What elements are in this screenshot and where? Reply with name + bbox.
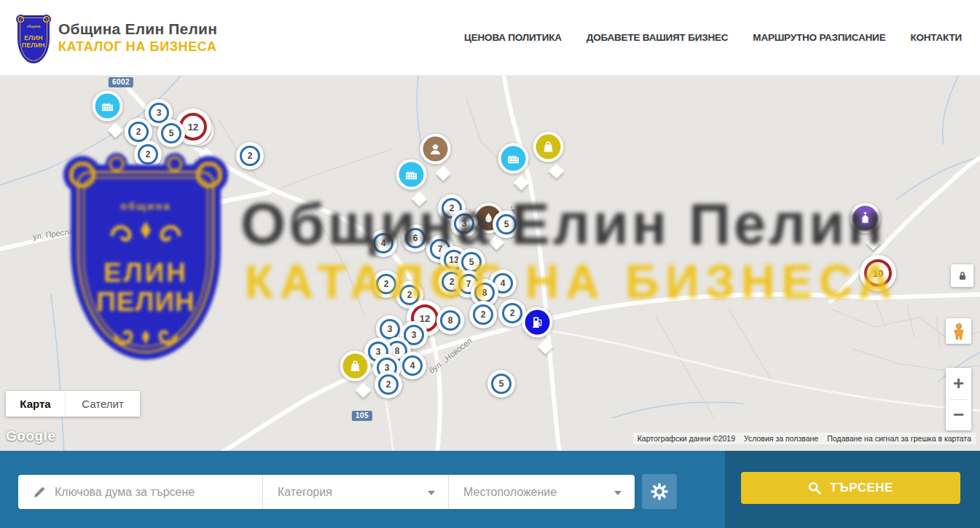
business-category-pin[interactable] xyxy=(436,149,451,165)
map-type-map-button[interactable]: Карта xyxy=(6,391,65,417)
search-icon xyxy=(808,481,821,494)
map-type-satellite-button[interactable]: Сателит xyxy=(65,391,140,417)
chevron-down-icon xyxy=(614,491,622,495)
factory-icon xyxy=(101,99,115,114)
cluster-count: 4 xyxy=(410,360,415,371)
marker-cluster[interactable]: 6 xyxy=(401,224,429,252)
cluster-count: 8 xyxy=(448,315,453,326)
chevron-down-icon xyxy=(428,491,435,495)
bag-icon xyxy=(348,359,363,374)
search-button-label: ТЪРСЕНЕ xyxy=(830,481,893,495)
terms-link[interactable]: Условия за ползване xyxy=(740,433,823,444)
main-nav: ЦЕНОВА ПОЛИТИКА ДОБАВЕТЕ ВАШИЯТ БИЗНЕС М… xyxy=(464,32,962,43)
bag-icon xyxy=(541,140,556,154)
cluster-count: 2 xyxy=(450,277,455,287)
cluster-count: 3 xyxy=(412,330,417,340)
church-icon xyxy=(858,211,873,226)
pegman-control[interactable] xyxy=(946,318,971,344)
category-select-value: Категория xyxy=(278,486,332,499)
cluster-count: 8 xyxy=(395,346,400,356)
road-number-badge: 6002 xyxy=(109,77,133,87)
map-attribution: Картографски данни ©2019 Условия за полз… xyxy=(633,433,976,444)
location-select-value: Местоположение xyxy=(463,486,557,499)
marker-cluster[interactable]: 2 xyxy=(134,141,162,168)
search-fields-group: Категория Местоположение xyxy=(18,475,635,509)
zoom-out-button[interactable]: − xyxy=(946,400,971,431)
worker-icon xyxy=(428,142,443,157)
cluster-count: 3 xyxy=(388,324,393,334)
cluster-count: 7 xyxy=(466,279,471,289)
cluster-count: 3 xyxy=(157,108,162,118)
site-subtitle: КАТАЛОГ НА БИЗНЕСА xyxy=(58,39,217,55)
cluster-count: 5 xyxy=(169,128,174,138)
report-error-link[interactable]: Подаване на сигнал за грешка в картата xyxy=(823,433,976,444)
search-button[interactable]: ТЪРСЕНЕ xyxy=(741,472,960,504)
attribution-copyright: Картографски данни ©2019 xyxy=(633,433,740,444)
site-logo[interactable]: община ЕЛИН ПЕЛИН Община Елин Пелин КАТА… xyxy=(16,11,217,65)
marker-cluster[interactable]: 5 xyxy=(493,210,520,238)
map-type-control: Карта Сателит xyxy=(6,391,140,417)
road-number-badge: 105 xyxy=(352,411,372,421)
marker-cluster[interactable]: 3 xyxy=(450,210,478,237)
cluster-count: 2 xyxy=(146,149,151,159)
business-category-pin[interactable] xyxy=(412,175,427,190)
zoom-control: + − xyxy=(946,368,971,430)
category-select[interactable]: Категория xyxy=(262,475,448,509)
marker-cluster[interactable]: 8 xyxy=(436,307,464,334)
municipality-crest-icon: община ЕЛИН ПЕЛИН xyxy=(16,11,51,65)
map-canvas[interactable]: 3251222235647135222784128223383432510600… xyxy=(0,76,980,451)
nav-item-pricing[interactable]: ЦЕНОВА ПОЛИТИКА xyxy=(464,32,562,43)
cluster-count: 4 xyxy=(501,278,506,288)
pencil-icon xyxy=(33,486,46,499)
cluster-count: 8 xyxy=(482,288,487,298)
fuel-icon xyxy=(530,315,545,330)
cluster-count: 2 xyxy=(386,379,391,390)
cluster-count: 2 xyxy=(136,127,141,137)
business-category-pin[interactable] xyxy=(866,218,881,234)
nav-item-route-schedule[interactable]: МАРШРУТНО РАЗПИСАНИЕ xyxy=(753,32,885,43)
marker-cluster[interactable]: 10 xyxy=(860,255,896,291)
cluster-count: 2 xyxy=(481,310,486,320)
factory-icon xyxy=(506,151,521,166)
business-category-pin[interactable] xyxy=(514,159,529,174)
cluster-count: 5 xyxy=(504,219,509,229)
advanced-settings-button[interactable] xyxy=(642,474,677,509)
cluster-count: 5 xyxy=(499,379,504,389)
cluster-count: 2 xyxy=(510,308,515,318)
business-category-pin[interactable] xyxy=(108,106,123,122)
site-title: Община Елин Пелин xyxy=(58,20,217,38)
zoom-in-button[interactable]: + xyxy=(946,368,971,399)
keyword-search-input[interactable] xyxy=(55,486,251,499)
cluster-count: 2 xyxy=(407,290,412,300)
business-category-pin[interactable] xyxy=(356,366,371,382)
business-category-pin[interactable] xyxy=(549,147,564,162)
business-category-pin[interactable] xyxy=(538,323,553,338)
cluster-count: 10 xyxy=(873,268,883,279)
cluster-count: 5 xyxy=(469,257,474,267)
lock-icon xyxy=(957,270,968,282)
cluster-count: 2 xyxy=(248,151,253,161)
marker-cluster[interactable]: 2 xyxy=(375,371,402,398)
location-select[interactable]: Местоположение xyxy=(448,475,635,509)
marker-cluster[interactable]: 4 xyxy=(399,352,426,379)
cluster-count: 2 xyxy=(384,279,389,289)
search-bar: Категория Местоположение ТЪРСЕНЕ xyxy=(0,451,980,528)
nav-item-add-business[interactable]: ДОБАВЕТЕ ВАШИЯТ БИЗНЕС xyxy=(587,32,729,43)
cluster-count: 3 xyxy=(462,218,467,229)
marker-cluster[interactable]: 2 xyxy=(236,142,264,170)
lock-control[interactable] xyxy=(951,264,973,287)
cluster-count: 2 xyxy=(450,203,455,213)
cluster-count: 12 xyxy=(188,122,198,133)
cluster-count: 12 xyxy=(420,313,430,324)
google-logo[interactable]: Google xyxy=(6,428,55,444)
marker-cluster[interactable]: 5 xyxy=(487,370,515,398)
factory-icon xyxy=(404,168,419,182)
cluster-count: 4 xyxy=(381,238,386,248)
header: община ЕЛИН ПЕЛИН Община Елин Пелин КАТА… xyxy=(0,0,980,76)
nav-item-contacts[interactable]: КОНТАКТИ xyxy=(910,32,962,43)
cluster-count: 6 xyxy=(413,233,418,243)
gear-icon xyxy=(651,483,668,500)
marker-cluster[interactable]: 5 xyxy=(157,119,185,147)
marker-cluster[interactable]: 2 xyxy=(469,301,497,328)
marker-cluster[interactable]: 4 xyxy=(369,229,397,257)
